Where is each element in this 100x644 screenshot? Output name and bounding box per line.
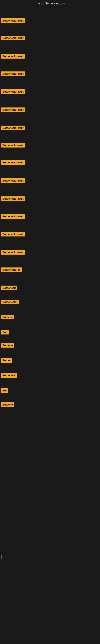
bottleneck-item-6[interactable]: Bottleneck result xyxy=(1,108,25,113)
bottleneck-item-21[interactable]: Bottler xyxy=(1,358,12,364)
bottleneck-badge-1: Bottleneck result xyxy=(1,18,25,23)
bottleneck-badge-23: Bot xyxy=(1,388,8,393)
bottleneck-badge-5: Bottleneck result xyxy=(1,89,25,94)
bottleneck-badge-13: Bottleneck result xyxy=(1,232,25,236)
bottleneck-badge-24: Bottlene xyxy=(1,402,14,407)
bottleneck-item-20[interactable]: Bottlene xyxy=(1,343,14,348)
bottleneck-item-3[interactable]: Bottleneck result xyxy=(1,54,25,59)
bottleneck-item-9[interactable]: Bottleneck result xyxy=(1,160,25,166)
bottleneck-badge-7: Bottleneck result xyxy=(1,126,25,130)
bottleneck-badge-14: Bottleneck result xyxy=(1,250,25,254)
bottleneck-item-19[interactable]: Bott xyxy=(1,330,9,335)
bottleneck-item-16[interactable]: Bottleneck xyxy=(1,286,17,291)
bottleneck-badge-15: Bottleneck res xyxy=(1,268,22,272)
bottleneck-badge-12: Bottleneck result xyxy=(1,214,25,219)
bottleneck-item-4[interactable]: Bottleneck result xyxy=(1,72,25,77)
bottleneck-item-14[interactable]: Bottleneck result xyxy=(1,250,25,256)
bottleneck-badge-20: Bottlene xyxy=(1,343,14,348)
bottleneck-item-18[interactable]: Bottlene xyxy=(1,315,14,320)
bottleneck-item-10[interactable]: Bottleneck result xyxy=(1,178,25,184)
bottleneck-badge-6: Bottleneck result xyxy=(1,108,25,112)
bottleneck-item-8[interactable]: Bottleneck result xyxy=(1,143,25,148)
bottleneck-item-5[interactable]: Bottleneck result xyxy=(1,89,25,95)
bottleneck-badge-11: Bottleneck result xyxy=(1,196,25,201)
bottleneck-badge-19: Bott xyxy=(1,330,9,334)
bottleneck-item-22[interactable]: Bottleneck xyxy=(1,373,17,378)
cursor-indicator: | xyxy=(1,554,2,559)
bottleneck-badge-21: Bottler xyxy=(1,358,12,363)
bottleneck-item-13[interactable]: Bottleneck result xyxy=(1,232,25,237)
bottleneck-item-2[interactable]: Bottleneck result xyxy=(1,36,25,41)
bottleneck-badge-9: Bottleneck result xyxy=(1,160,25,165)
bottleneck-badge-16: Bottleneck xyxy=(1,286,17,290)
bottleneck-badge-8: Bottleneck result xyxy=(1,143,25,148)
bottleneck-badge-22: Bottleneck xyxy=(1,373,17,378)
bottleneck-badge-10: Bottleneck result xyxy=(1,178,25,183)
site-title: TheBottlenecker.com xyxy=(0,0,100,7)
bottleneck-badge-2: Bottleneck result xyxy=(1,36,25,40)
bottleneck-item-11[interactable]: Bottleneck result xyxy=(1,196,25,202)
bottleneck-badge-3: Bottleneck result xyxy=(1,54,25,58)
bottleneck-badge-18: Bottlene xyxy=(1,315,14,320)
bottleneck-item-15[interactable]: Bottleneck res xyxy=(1,268,22,273)
bottleneck-item-17[interactable]: Bottleneck r xyxy=(1,300,19,305)
bottleneck-badge-4: Bottleneck result xyxy=(1,72,25,76)
bottleneck-badge-17: Bottleneck r xyxy=(1,300,19,304)
bottleneck-item-24[interactable]: Bottlene xyxy=(1,402,14,408)
bottleneck-item-12[interactable]: Bottleneck result xyxy=(1,214,25,220)
bottleneck-item-1[interactable]: Bottleneck result xyxy=(1,18,25,24)
bottleneck-item-23[interactable]: Bot xyxy=(1,388,8,394)
bottleneck-item-7[interactable]: Bottleneck result xyxy=(1,126,25,131)
